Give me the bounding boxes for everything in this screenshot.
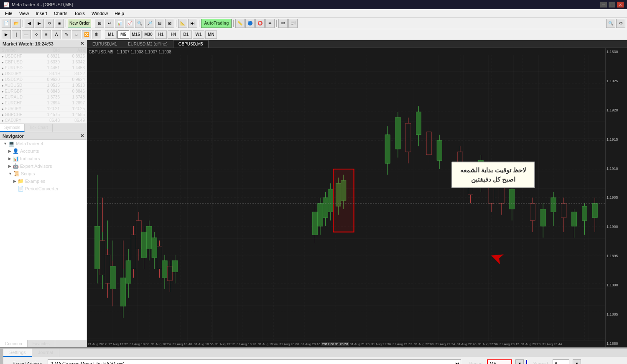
tf-d1[interactable]: D1 xyxy=(180,30,192,39)
tf-m1[interactable]: M1 xyxy=(105,30,117,39)
nav-tab-common[interactable]: Common xyxy=(0,340,28,347)
svg-rect-60 xyxy=(173,260,178,272)
search-btn[interactable]: 🔍 xyxy=(606,19,615,28)
chart-btn4[interactable]: 🔎 xyxy=(145,19,154,28)
tf-h1[interactable]: H1 xyxy=(155,30,167,39)
tf-tool-btn7[interactable]: ✎ xyxy=(62,30,71,39)
open-button[interactable]: 📂 xyxy=(12,19,21,28)
tf-tool-btn2[interactable]: | xyxy=(12,30,21,39)
bottom-tab-journal[interactable]: Journal xyxy=(32,349,59,357)
minimize-button[interactable]: ─ xyxy=(600,2,607,8)
tf-tool-btn9[interactable]: 🔀 xyxy=(82,30,91,39)
tf-m5[interactable]: M5 xyxy=(117,30,129,39)
back-button[interactable]: ◀ xyxy=(25,19,34,28)
mw-row-eurchf[interactable]: ● EURCHF1.28941.2897 xyxy=(0,100,87,106)
svg-rect-78 xyxy=(406,123,411,152)
chart-tab-gbpusdm5[interactable]: GBPUSD,M5 xyxy=(173,40,209,48)
mw-row-gbpchf[interactable]: ● GBPCHF1.45751.4585 xyxy=(0,112,87,118)
market-watch-title: Market Watch: 16:24:53 ✕ xyxy=(0,40,87,48)
mw-row-audusd[interactable]: ● AUDUSD1.05151.0518 xyxy=(0,83,87,88)
ea-select[interactable]: 2 MA Crosses Mega filter EA V1.ex4 xyxy=(48,359,461,364)
tf-mn[interactable]: MN xyxy=(205,30,217,39)
menu-view[interactable]: View xyxy=(16,10,33,17)
nav-item-indicators[interactable]: ▶ 📊 Indicators xyxy=(0,155,87,162)
nav-item-periodconverter[interactable]: ▶ 📄 PeriodConverter xyxy=(0,185,87,192)
menu-charts[interactable]: Charts xyxy=(51,10,71,17)
tools-btn4[interactable]: ✒ xyxy=(265,19,275,28)
ea-btn[interactable]: ⏭ xyxy=(188,19,197,28)
spread-input[interactable] xyxy=(553,359,569,364)
chart-back[interactable]: ↩ xyxy=(105,19,114,28)
tf-tool-btn8[interactable]: ⌕ xyxy=(72,30,81,39)
mw-row-eurjpy[interactable]: ● EURJPY120.21120.25 xyxy=(0,106,87,112)
period-dropdown[interactable]: ▼ xyxy=(515,359,524,364)
tf-h4[interactable]: H4 xyxy=(168,30,179,39)
spread-dropdown[interactable]: ▼ xyxy=(573,359,581,364)
bottom-tab-settings[interactable]: Settings xyxy=(3,349,32,357)
chart-btn2[interactable]: 📈 xyxy=(125,19,134,28)
news-btn[interactable]: 📰 xyxy=(288,19,298,28)
chart-btn5[interactable]: ⊟ xyxy=(155,19,164,28)
nav-item-examples[interactable]: ▶ 📁 Examples xyxy=(0,177,87,185)
menu-file[interactable]: File xyxy=(2,10,16,17)
tools-btn1[interactable]: 📏 xyxy=(235,19,245,28)
menu-window[interactable]: Window xyxy=(88,10,111,17)
chart-tab-eurusdm2[interactable]: EURUSD,M2 (offline) xyxy=(122,40,173,48)
new-order-button[interactable]: New Order xyxy=(68,19,91,28)
nav-item-mt4[interactable]: ▼ 💻 MetaTrader 4 xyxy=(0,140,87,147)
mw-row-eurgbp[interactable]: ● EURGBP0.88430.8846 xyxy=(0,88,87,94)
mw-tab-symbols[interactable]: Symbols xyxy=(0,124,25,132)
close-button[interactable]: ✕ xyxy=(617,2,624,8)
chart-area: EURUSD,M1 EURUSD,M2 (offline) GBPUSD,M5 … xyxy=(87,40,627,347)
st-form: Expert Advisor: 2 MA Crosses Mega filter… xyxy=(6,359,461,364)
tf-w1[interactable]: W1 xyxy=(193,30,204,39)
autotrading-button[interactable]: AutoTrading xyxy=(201,19,232,28)
mw-row-euraud[interactable]: ● EURAUD1.37361.3748 xyxy=(0,94,87,100)
chart-btn6[interactable]: ⊠ xyxy=(165,19,174,28)
config-btn[interactable]: ⚙ xyxy=(616,19,625,28)
tf-m15[interactable]: M15 xyxy=(130,30,142,39)
chart-btn3[interactable]: 🔍 xyxy=(135,19,144,28)
navigator-close[interactable]: ✕ xyxy=(80,133,84,139)
chart-tab-eurusdm1[interactable]: EURUSD,M1 xyxy=(87,40,122,48)
period-input[interactable] xyxy=(487,359,512,364)
tf-tool-btn3[interactable]: — xyxy=(22,30,31,39)
annotation-popup: لاحظ توقيت بداية الشمعه اصبح كل دفيقتين xyxy=(451,162,535,188)
refresh-button[interactable]: ↺ xyxy=(45,19,54,28)
chart-zoom-in[interactable]: ⊞ xyxy=(95,19,104,28)
mw-row-usdjpy[interactable]: ● USDJPY83.1983.22 xyxy=(0,71,87,77)
nav-tab-favorites[interactable]: Favorites xyxy=(28,340,55,347)
market-watch-close[interactable]: ✕ xyxy=(80,41,84,46)
mw-tab-tickchart[interactable]: Tick Chart xyxy=(25,124,52,132)
chart-btn1[interactable]: 📊 xyxy=(115,19,124,28)
tf-tool-btn4[interactable]: ⊹ xyxy=(32,30,41,39)
tf-tool-btn1[interactable]: ▶ xyxy=(2,30,11,39)
menu-tools[interactable]: Tools xyxy=(71,10,88,17)
mw-row-gbpusd[interactable]: ● GBPUSD1.63391.6342 xyxy=(0,59,87,65)
svg-rect-36 xyxy=(110,266,115,289)
mw-row-usdchf[interactable]: ● USDCHF0.89210.8925 xyxy=(0,53,87,59)
indicator-btn[interactable]: 📐 xyxy=(178,19,187,28)
tools-btn2[interactable]: 🔵 xyxy=(245,19,255,28)
nav-item-accounts[interactable]: ▶ 👤 Accounts xyxy=(0,147,87,155)
menu-insert[interactable]: Insert xyxy=(32,10,51,17)
forward-button[interactable]: ▶ xyxy=(35,19,44,28)
nav-item-ea[interactable]: ▶ 🤖 Expert Advisors xyxy=(0,162,87,170)
main-layout: Market Watch: 16:24:53 ✕ Symbol Bid Ask … xyxy=(0,40,627,347)
menu-help[interactable]: Help xyxy=(111,10,127,17)
market-watch-rows: ● USDCHF0.89210.8925 ● GBPUSD1.63391.634… xyxy=(0,53,87,124)
tf-tool-btn10[interactable]: 🗑 xyxy=(92,30,101,39)
tools-btn3[interactable]: ⭕ xyxy=(255,19,265,28)
mw-row-eurusd[interactable]: ● EURUSD1.44511.4453 xyxy=(0,65,87,71)
stop-button[interactable]: ■ xyxy=(55,19,64,28)
maximize-button[interactable]: □ xyxy=(609,2,615,8)
mail-btn[interactable]: ✉ xyxy=(278,19,288,28)
tf-tool-btn5[interactable]: ≡ xyxy=(42,30,51,39)
new-button[interactable]: 📄 xyxy=(2,19,11,28)
tf-m30[interactable]: M30 xyxy=(143,30,154,39)
tf-tool-btn6[interactable]: A xyxy=(52,30,61,39)
mw-row-usdcad[interactable]: ● USDCAD0.96200.9624 xyxy=(0,77,87,83)
chart-svg-area xyxy=(87,55,605,341)
mw-row-cadjpy[interactable]: ● CADJPY86.4386.49 xyxy=(0,118,87,124)
nav-item-scripts[interactable]: ▼ 📜 Scripts xyxy=(0,170,87,177)
